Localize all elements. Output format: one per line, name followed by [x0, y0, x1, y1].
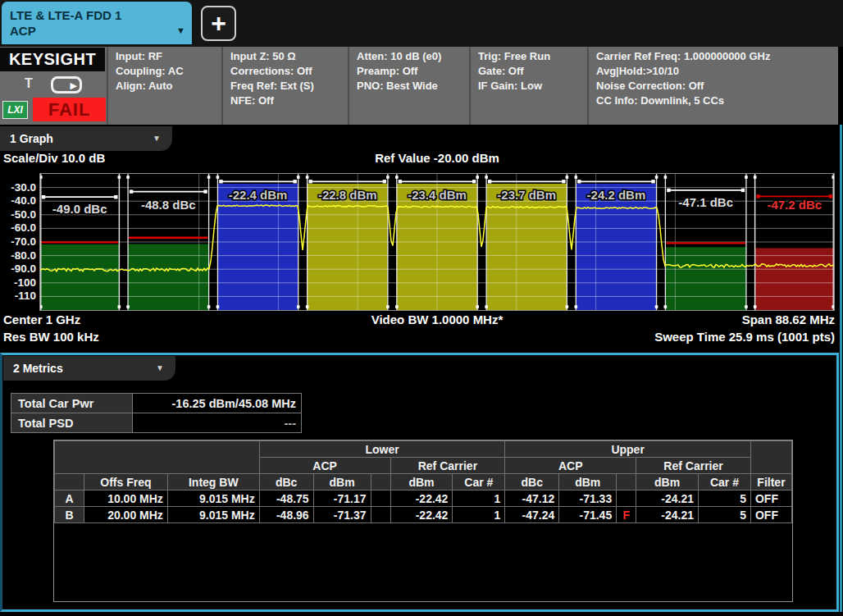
y-axis-tick: -50.0: [0, 208, 36, 221]
acp-table-cell: -47.12: [505, 491, 559, 507]
region-label-carrier-3: -23.4 dBm: [408, 188, 467, 202]
tab-title-line2: ACP: [10, 23, 171, 39]
header-info-col-2: Input Z: 50 ΩCorrections: OffFreq Ref: E…: [221, 47, 348, 125]
status-header: KEYSIGHT T ▶ LXI FAIL Input: RFCoupling:…: [0, 47, 838, 125]
header-info-line: CC Info: Downlink, 5 CCs: [596, 94, 826, 108]
tab-bar: LTE & LTE-A FDD 1 ACP ▼ +: [0, 0, 843, 47]
acp-table-cell: 5: [699, 491, 751, 507]
total-psd-label: Total PSD: [11, 413, 133, 433]
tab-dropdown-icon[interactable]: ▼: [176, 23, 185, 39]
chevron-down-icon: ▼: [153, 126, 161, 151]
totals-table: Total Car Pwr -16.25 dBm/45.08 MHz Total…: [11, 393, 302, 433]
header-info-col-5: Carrier Ref Freq: 1.000000000 GHzAvg|Hol…: [587, 47, 833, 125]
sweep-time-annotation[interactable]: Sweep Time 25.9 ms (1001 pts): [654, 330, 835, 344]
acp-table-cell: -22.42: [390, 491, 453, 507]
y-axis-tick: -30.0: [0, 181, 36, 194]
measurement-tab[interactable]: LTE & LTE-A FDD 1 ACP ▼: [2, 2, 192, 44]
acp-table-cell: ACP: [505, 458, 636, 474]
metrics-window-label: 2 Metrics: [13, 362, 63, 375]
continuous-sweep-icon: ▶: [51, 76, 82, 94]
acp-table-cell: ACP: [259, 458, 390, 474]
header-info-line: PNO: Best Wide: [357, 79, 462, 94]
chevron-down-icon: ▼: [156, 356, 164, 381]
trigger-indicator: T: [25, 76, 33, 91]
tab-title-line1: LTE & LTE-A FDD 1: [10, 7, 171, 23]
header-info-line: Freq Ref: Ext (S): [230, 79, 340, 94]
span-annotation[interactable]: Span 88.62 MHz: [742, 313, 835, 326]
acp-table-cell: OFF: [750, 491, 791, 507]
header-info-line: Align: Auto: [116, 79, 214, 94]
acp-table-cell: [750, 441, 791, 474]
ref-value-annotation[interactable]: Ref Value -20.00 dBm: [232, 151, 642, 165]
scale-row: Scale/Div 10.0 dB Ref Value -20.00 dBm: [0, 151, 838, 169]
y-axis-tick: -80.0: [0, 249, 36, 262]
acp-table-cell: -24.21: [636, 507, 699, 523]
acp-table-cell: -71.17: [313, 491, 371, 507]
header-info-line: Input Z: 50 Ω: [230, 49, 340, 64]
y-axis-tick: -40.0: [0, 194, 36, 207]
header-info-line: NFE: Off: [230, 94, 340, 108]
region-label-carrier-5: -24.2 dBm: [587, 188, 646, 202]
y-axis-tick: -110: [0, 290, 36, 302]
acp-table-cell: [55, 441, 260, 474]
total-psd-row: Total PSD ---: [11, 413, 302, 433]
header-info-line: Preamp: Off: [357, 64, 462, 79]
header-info-line: Input: RF: [116, 49, 214, 64]
acp-table-cell: Integ BW: [167, 474, 259, 491]
region-label-carrier-1: -22.4 dBm: [229, 188, 288, 202]
analyzer-screen: LTE & LTE-A FDD 1 ACP ▼ + KEYSIGHT T ▶ L…: [0, 0, 843, 616]
total-car-pwr-label: Total Car Pwr: [11, 394, 133, 413]
graph-window: 1 Graph ▼ Scale/Div 10.0 dB Ref Value -2…: [0, 125, 838, 353]
center-freq-annotation[interactable]: Center 1 GHz: [3, 313, 80, 326]
acp-table-cell: 10.00 MHz: [84, 491, 167, 507]
spectrum-plot[interactable]: -49.0 dBc-48.8 dBc-22.4 dBm-22.8 dBm-23.…: [40, 174, 834, 310]
acp-table-cell: [371, 491, 390, 507]
acp-table-cell: -71.45: [559, 507, 617, 523]
acp-results-box: LowerUpperACPRef CarrierACPRef CarrierOf…: [53, 440, 793, 602]
header-info-line: Atten: 10 dB (e0): [357, 49, 462, 64]
acp-table-cell: B: [55, 507, 84, 523]
total-car-pwr-value: -16.25 dBm/45.08 MHz: [133, 394, 302, 413]
region-label-offset-b-upper: -47.2 dBc: [767, 198, 822, 212]
acp-table-cell: Ref Carrier: [636, 458, 751, 474]
header-info-col-1: Input: RFCoupling: ACAlign: Auto: [107, 47, 221, 125]
acp-table-cell: Lower: [259, 441, 505, 458]
acp-table-cell: OFF: [750, 507, 791, 523]
acp-table-cell: -71.33: [559, 491, 617, 507]
acp-table-cell: Upper: [505, 441, 751, 458]
header-info-line: Noise Correction: Off: [596, 79, 826, 94]
total-car-pwr-row: Total Car Pwr -16.25 dBm/45.08 MHz: [11, 394, 302, 413]
header-info-line: Corrections: Off: [230, 64, 340, 79]
header-info-col-3: Atten: 10 dB (e0)Preamp: OffPNO: Best Wi…: [348, 47, 469, 125]
region-label-offset-b-lower: -49.0 dBc: [52, 202, 107, 216]
logo-area: KEYSIGHT T ▶ LXI FAIL: [0, 47, 107, 125]
header-info-line: Carrier Ref Freq: 1.000000000 GHz: [596, 49, 826, 64]
header-info-line: Trig: Free Run: [478, 49, 580, 64]
metrics-window: 2 Metrics ▼ Total Car Pwr -16.25 dBm/45.…: [0, 353, 839, 612]
acp-table-cell: [55, 474, 84, 491]
metrics-window-dropdown[interactable]: 2 Metrics ▼: [3, 356, 175, 381]
acp-table-cell: Car #: [699, 474, 751, 491]
status-info-columns: Input: RFCoupling: ACAlign: AutoInput Z:…: [107, 47, 833, 125]
region-label-offset-a-lower: -48.8 dBc: [141, 198, 196, 212]
acp-table-cell: [617, 491, 636, 507]
acp-table-cell: dBc: [259, 474, 313, 491]
acp-table-cell: Offs Freq: [84, 474, 167, 491]
video-bw-annotation[interactable]: Video BW 1.0000 MHz*: [232, 313, 642, 326]
lxi-badge: LXI: [2, 101, 28, 119]
region-label-offset-a-upper: -47.1 dBc: [678, 195, 733, 209]
res-bw-annotation[interactable]: Res BW 100 kHz: [3, 330, 99, 344]
total-psd-value: ---: [133, 413, 302, 433]
add-tab-button[interactable]: +: [201, 6, 236, 41]
acp-table-cell: 9.015 MHz: [167, 507, 259, 523]
acp-table-cell: dBm: [636, 474, 699, 491]
acp-table-row: A10.00 MHz9.015 MHz-48.75-71.17-22.421-4…: [55, 491, 792, 507]
acp-table-cell: Filter: [750, 474, 791, 491]
acp-table-cell: A: [55, 491, 84, 507]
y-axis-tick: -70.0: [0, 235, 36, 248]
acp-table-cell: -22.42: [390, 507, 453, 523]
header-info-line: Avg|Hold:>10/10: [596, 64, 826, 79]
fail-status-badge: FAIL: [33, 98, 106, 121]
region-label-carrier-4: -23.7 dBm: [497, 188, 556, 202]
acp-table-cell: dBc: [505, 474, 559, 491]
